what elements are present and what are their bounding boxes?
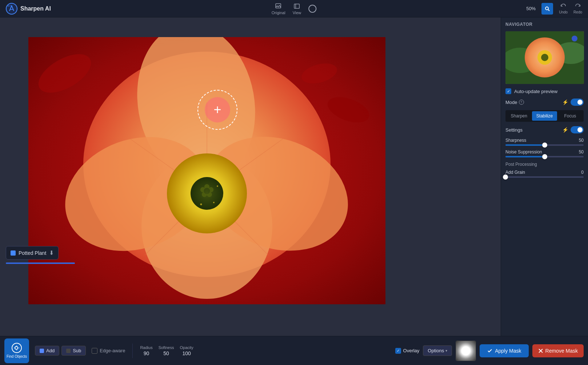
flower-svg: ✿ — [28, 37, 385, 304]
tab-stabilize[interactable]: Stabilize — [532, 111, 557, 121]
settings-row: Settings ⚡ — [505, 126, 584, 133]
sub-label: Sub — [73, 348, 81, 353]
mask-preview-inner — [456, 341, 476, 361]
potted-plant-download-icon: ⬇ — [49, 249, 54, 256]
separator-1 — [132, 344, 133, 358]
add-grain-thumb[interactable] — [503, 175, 508, 180]
overlay-checkbox[interactable] — [395, 348, 401, 354]
app-logo: BETA Sharpen AI — [6, 3, 51, 15]
navigator-preview — [505, 31, 584, 84]
noise-suppression-value: 50 — [579, 149, 584, 155]
canvas-image: ✿ + — [28, 37, 385, 304]
apply-mask-button[interactable]: Apply Mask — [480, 344, 528, 357]
view-button[interactable]: View — [293, 3, 301, 15]
noise-suppression-fill — [505, 156, 545, 157]
topbar-center: Original View — [272, 3, 317, 15]
mode-row: Mode ? ⚡ — [505, 99, 584, 106]
radius-value: 90 — [144, 350, 149, 356]
apply-mask-icon — [487, 348, 493, 354]
add-grain-label: Add Grain — [505, 170, 525, 175]
original-label: Original — [272, 11, 285, 15]
softness-value: 50 — [163, 350, 169, 356]
canvas-area[interactable]: ✿ + Potted Plant ⬇ — [0, 17, 501, 336]
settings-label: Settings — [505, 127, 523, 133]
settings-toggle[interactable] — [571, 126, 584, 133]
bottom-right: Overlay Options ▾ Apply Mask Remove Mask — [395, 341, 584, 361]
brush-inner: + — [205, 97, 230, 123]
settings-lightning-icon: ⚡ — [562, 127, 568, 133]
overlay-group: Overlay — [395, 348, 420, 354]
mode-toggle[interactable] — [571, 99, 584, 106]
view-label: View — [293, 11, 301, 15]
mode-tabs: Sharpen Stabilize Focus — [505, 110, 584, 122]
bottom-bar: Find Objects Add Sub Edge-aware Radius 9… — [0, 336, 588, 365]
tab-sharpen[interactable]: Sharpen — [507, 111, 531, 121]
add-grain-slider-row: Add Grain 0 — [505, 170, 584, 178]
svg-text:✿: ✿ — [199, 181, 215, 201]
noise-suppression-label-row: Noise Suppression 50 — [505, 149, 584, 155]
radius-group: Radius 90 — [140, 345, 152, 356]
opacity-group: Opacity 100 — [180, 345, 193, 356]
radius-label: Radius — [140, 345, 152, 350]
settings-toggle-group: ⚡ — [562, 126, 584, 133]
svg-point-23 — [213, 202, 215, 203]
svg-point-20 — [195, 178, 197, 180]
find-objects-button[interactable]: Find Objects — [4, 338, 29, 363]
noise-suppression-thumb[interactable] — [542, 154, 547, 159]
sharpness-thumb[interactable] — [542, 143, 547, 148]
navigator-title: NAVIGATOR — [505, 22, 584, 27]
redo-button[interactable]: Redo — [573, 3, 582, 14]
tab-focus[interactable]: Focus — [558, 111, 583, 121]
opacity-value: 100 — [182, 350, 191, 356]
mode-info-icon[interactable]: ? — [519, 100, 524, 105]
undo-button[interactable]: Undo — [559, 3, 568, 14]
opacity-label: Opacity — [180, 345, 193, 350]
sharpness-slider-row: Sharpness 50 — [505, 138, 584, 146]
remove-mask-button[interactable]: Remove Mask — [532, 344, 584, 357]
auto-update-row: Auto-update preview — [505, 88, 584, 94]
remove-mask-label: Remove Mask — [545, 348, 578, 354]
mask-preview — [456, 341, 476, 361]
topbar-right: 50% Undo Redo — [526, 3, 582, 15]
sharpness-fill — [505, 144, 545, 146]
options-button[interactable]: Options ▾ — [423, 345, 452, 356]
edge-aware-label: Edge-aware — [100, 348, 125, 353]
settings-section: Sharpness 50 Noise Suppression 50 — [505, 138, 584, 157]
softness-group: Softness 50 — [159, 345, 174, 356]
sharpness-label-row: Sharpness 50 — [505, 138, 584, 143]
find-objects-label: Find Objects — [7, 354, 27, 358]
svg-point-22 — [200, 204, 202, 205]
add-color-swatch — [40, 349, 44, 353]
potted-plant-label[interactable]: Potted Plant ⬇ — [6, 246, 59, 260]
potted-plant-color-swatch — [11, 250, 16, 256]
add-grain-track[interactable] — [505, 176, 584, 178]
original-button[interactable]: Original — [272, 3, 285, 15]
add-button[interactable]: Add — [35, 346, 59, 356]
sub-color-swatch — [66, 349, 71, 353]
overlay-label: Overlay — [403, 348, 420, 353]
post-processing-section: Post Processing Add Grain 0 — [505, 162, 584, 178]
add-label: Add — [46, 348, 55, 353]
noise-suppression-track[interactable] — [505, 156, 584, 157]
loading-indicator — [308, 5, 316, 13]
search-button[interactable] — [541, 3, 553, 15]
brush-plus-icon: + — [213, 103, 221, 116]
softness-label: Softness — [159, 345, 174, 350]
right-panel: NAVIGATOR — [501, 17, 588, 336]
sharpness-value: 50 — [579, 138, 584, 143]
sharpness-label: Sharpness — [505, 138, 526, 143]
redo-label: Redo — [573, 10, 582, 14]
remove-mask-icon — [538, 348, 543, 353]
main-area: ✿ + Potted Plant ⬇ — [0, 17, 588, 336]
apply-mask-label: Apply Mask — [495, 348, 521, 354]
app-title: Sharpen AI — [20, 5, 51, 12]
edge-aware-checkbox[interactable] — [92, 348, 97, 354]
post-processing-title: Post Processing — [505, 162, 584, 167]
options-label: Options — [428, 348, 444, 353]
sharpness-track[interactable] — [505, 144, 584, 146]
sub-button[interactable]: Sub — [61, 346, 86, 356]
auto-update-checkbox[interactable] — [505, 88, 511, 94]
brush-cursor: + — [197, 90, 237, 130]
svg-point-34 — [15, 346, 18, 349]
add-grain-label-row: Add Grain 0 — [505, 170, 584, 175]
